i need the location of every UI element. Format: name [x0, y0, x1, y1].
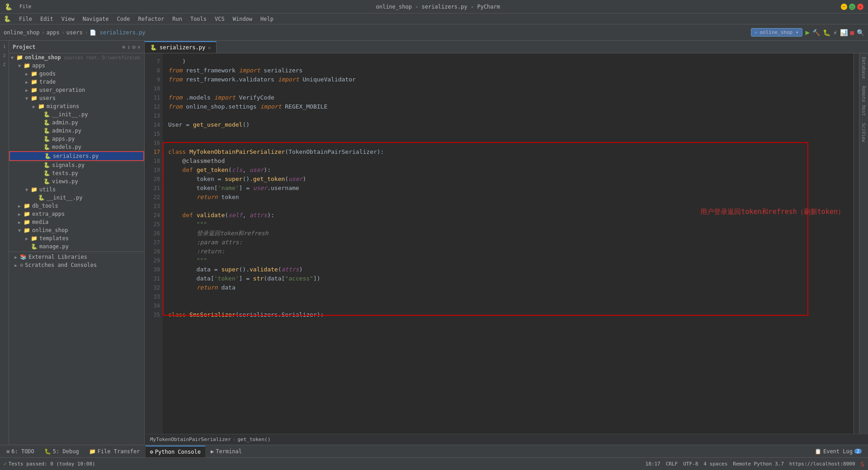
tree-item-media[interactable]: ▶ 📁 media — [9, 218, 144, 226]
code-content[interactable]: ➤ 用户登录返回token和refresh（刷新token） ) from re… — [163, 53, 854, 434]
tree-item-admin[interactable]: 🐍 admin.py — [9, 119, 144, 127]
sidebar-settings-icon[interactable]: ⚙ — [132, 44, 136, 50]
sidebar-scope-icon[interactable]: ⊕ — [122, 44, 125, 50]
sciview-panel-btn[interactable]: SciView — [860, 121, 867, 144]
tree-item-templates[interactable]: ▶ 📁 templates — [9, 234, 144, 242]
python-console-tab[interactable]: ⚙ Python Console — [146, 446, 205, 457]
debug-tab[interactable]: 🐛 5: Debug — [40, 446, 84, 457]
search-icon[interactable]: 🔍 — [857, 29, 864, 36]
left-btn-favorites[interactable]: 2 — [0, 52, 9, 60]
editor-tab-serializers[interactable]: 🐍 serializers.py ✕ — [145, 41, 217, 53]
left-btn-structure[interactable]: Z — [0, 61, 9, 69]
tree-item-goods[interactable]: ▶ 📁 goods — [9, 70, 144, 78]
tree-item-user-operation[interactable]: ▶ 📁 user_operation — [9, 86, 144, 94]
sidebar-close-icon[interactable]: ✕ — [137, 44, 141, 50]
status-interpreter[interactable]: Remote Python 3.7 — [733, 461, 784, 467]
maximize-button[interactable]: □ — [849, 4, 855, 10]
tree-item-signals[interactable]: 🐍 signals.py — [9, 161, 144, 169]
tree-arrow-ext-libs: ▶ — [14, 255, 20, 260]
build-icon[interactable]: 🔨 — [812, 29, 820, 36]
status-encoding[interactable]: UTF-8 — [683, 461, 698, 467]
file-transfer-tab[interactable]: 📁 File Transfer — [85, 446, 145, 457]
minimize-button[interactable]: ─ — [841, 4, 847, 10]
status-left: ✓ Tests passed: 0 (today 10:08) — [4, 461, 638, 467]
breadcrumb-method[interactable]: get_token() — [237, 437, 270, 442]
right-scrollbar[interactable] — [854, 53, 859, 434]
utils-init-icon: 🐍 — [38, 195, 45, 201]
tree-item-external-libs[interactable]: ▶ 📚 External Libraries — [9, 253, 144, 261]
menu-file[interactable]: File — [15, 15, 36, 23]
tree-item-users[interactable]: ▼ 📁 users — [9, 94, 144, 102]
tree-arrow-trade: ▶ — [25, 80, 31, 85]
run-button[interactable]: ▶ — [805, 28, 810, 37]
stop-icon[interactable]: ■ — [850, 29, 854, 36]
menu-edit[interactable]: Edit — [37, 15, 57, 23]
event-log-tab[interactable]: 📋 Event Log 2 — [810, 446, 866, 457]
tree-item-tests[interactable]: 🐍 tests.py — [9, 169, 144, 177]
menu-tools[interactable]: Tools — [187, 15, 210, 23]
menu-window[interactable]: Window — [229, 15, 256, 23]
terminal-tab[interactable]: ▶ Terminal — [206, 446, 246, 457]
breadcrumb-file[interactable]: 📄 serializers.py — [90, 29, 145, 36]
tree-label-external-libs: External Libraries — [28, 254, 87, 260]
sidebar-icons: ⊕ ↕ ⚙ ✕ — [122, 44, 141, 50]
tree-item-dbtools[interactable]: ▶ 📁 db_tools — [9, 202, 144, 210]
tree-item-adminx[interactable]: 🐍 adminx.py — [9, 127, 144, 135]
tab-close-btn[interactable]: ✕ — [208, 45, 211, 50]
todo-tab[interactable]: ≡ 6: TODO — [2, 446, 39, 457]
code-editor[interactable]: 7 8 9 10 11 12 13 14 15 16 17 18 19 20 2… — [145, 53, 868, 434]
tree-item-online-shop-root[interactable]: ▼ 📁 online_shop sources root, D:\workfir… — [9, 53, 144, 62]
code-line-12: from online_shop.settings import REGEX_M… — [168, 102, 848, 111]
tree-item-serializers[interactable]: 🐍 serializers.py — [9, 151, 144, 161]
project-selector[interactable]: ▶ online_shop ▾ — [751, 28, 803, 37]
tree-item-migrations[interactable]: ▶ 📁 migrations — [9, 102, 144, 110]
database-panel-btn[interactable]: Database — [860, 55, 867, 81]
close-button[interactable]: ✕ — [857, 4, 863, 10]
tree-item-manage[interactable]: 🐍 manage.py — [9, 242, 144, 251]
tree-item-scratches[interactable]: ▶ ⚙ Scratches and Consoles — [9, 261, 144, 269]
left-btn-project[interactable]: 1 — [0, 43, 9, 51]
breadcrumb-apps[interactable]: apps — [47, 29, 60, 36]
tree-item-models[interactable]: 🐍 models.py — [9, 143, 144, 151]
sidebar-header: Project ⊕ ↕ ⚙ ✕ — [9, 41, 144, 53]
media-folder-icon: 📁 — [24, 219, 30, 225]
status-cursor[interactable]: 18:17 — [646, 461, 660, 467]
debug-icon[interactable]: 🐛 — [823, 29, 830, 36]
tree-item-utils-init[interactable]: 🐍 __init__.py — [9, 194, 144, 202]
tree-label-admin: admin.py — [52, 119, 78, 126]
tree-item-online-shop-sub[interactable]: ▼ 📁 online_shop — [9, 226, 144, 234]
tree-item-utils[interactable]: ▼ 📁 utils — [9, 185, 144, 194]
menu-code[interactable]: Code — [113, 15, 134, 23]
tree-item-init[interactable]: 🐍 __init__.py — [9, 110, 144, 119]
breadcrumb-sep3: › — [85, 29, 88, 36]
tree-arrow-users: ▼ — [25, 96, 31, 101]
tree-item-appsfile[interactable]: 🐍 apps.py — [9, 135, 144, 143]
tree-item-views[interactable]: 🐍 views.py — [9, 177, 144, 185]
tree-item-trade[interactable]: ▶ 📁 trade — [9, 78, 144, 86]
menu-vcs[interactable]: VCS — [211, 15, 228, 23]
menu-run[interactable]: Run — [169, 15, 186, 23]
remote-host-panel-btn[interactable]: Remote Host — [860, 84, 867, 118]
status-crlf: CRLF — [666, 461, 678, 467]
sidebar-sort-icon[interactable]: ↕ — [127, 44, 130, 50]
status-line-ending[interactable]: CRLF — [666, 461, 678, 467]
tree-item-apps[interactable]: ▼ 📁 apps — [9, 62, 144, 70]
breadcrumb-class[interactable]: MyTokenObtainPairSerializer — [150, 437, 231, 442]
menu-view[interactable]: View — [58, 15, 78, 23]
status-sahibinden: S — [861, 461, 864, 468]
title-bar-left: 🐍 File — [5, 3, 35, 10]
tree-label-goods: goods — [39, 71, 56, 77]
menu-help[interactable]: Help — [257, 15, 277, 23]
status-indent[interactable]: 4 spaces — [703, 461, 727, 467]
menu-refactor[interactable]: Refactor — [134, 15, 168, 23]
tree-item-extra-apps[interactable]: ▶ 📁 extra_apps — [9, 210, 144, 218]
scratches-icon: ⚙ — [20, 262, 23, 268]
status-git[interactable]: https://localhost:8000 — [789, 461, 855, 467]
serializers-icon: 🐍 — [44, 153, 51, 159]
profile-icon[interactable]: 📊 — [840, 29, 848, 36]
breadcrumb-users[interactable]: users — [66, 29, 83, 36]
file-menu[interactable]: File — [16, 3, 35, 10]
menu-navigate[interactable]: Navigate — [79, 15, 113, 23]
breadcrumb-online-shop[interactable]: online_shop — [4, 29, 39, 36]
coverage-icon[interactable]: ⚡ — [833, 29, 837, 36]
